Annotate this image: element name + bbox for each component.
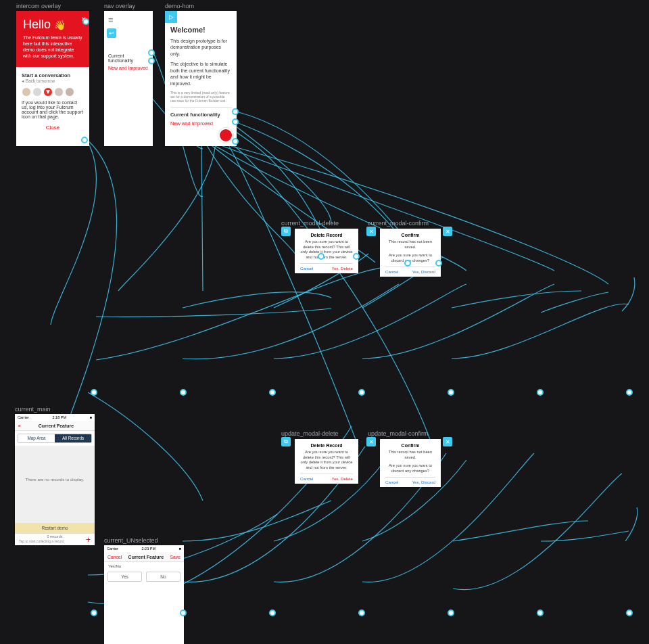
no-button[interactable]: No (146, 572, 181, 582)
flow-handle[interactable] (435, 260, 442, 267)
modal-body: Are you sure you want to delete this rec… (300, 239, 353, 260)
back-arrow-icon[interactable]: ↩ (107, 28, 116, 38)
close-icon[interactable]: ✕ (443, 437, 452, 446)
flow-handle[interactable] (318, 253, 324, 260)
cancel-button[interactable]: Cancel (300, 266, 313, 271)
modal-body: This record has not been saved. (385, 239, 435, 250)
status-bar: Carrier2:18 PM■ (15, 414, 95, 421)
confirm-delete-button[interactable]: Yes, Delete (332, 476, 353, 481)
menu-icon[interactable]: ≡ (108, 15, 149, 25)
flow-handle[interactable] (232, 118, 239, 125)
cancel-button[interactable]: Cancel (300, 476, 313, 481)
flow-handle[interactable] (82, 18, 89, 25)
nav-bar: ≡Current Feature (15, 421, 95, 431)
confirm-delete-button[interactable]: Yes, Delete (332, 266, 353, 271)
modal-confirm-current[interactable]: Confirm This record has not been saved. … (380, 229, 441, 277)
layers-icon[interactable]: ⧉ (281, 227, 291, 236)
tab-map-area[interactable]: Map Area (18, 434, 55, 442)
current-unselected-artboard[interactable]: current_UNselected Carrier2:23 PM■ Cance… (104, 545, 184, 644)
flow-handle[interactable] (537, 389, 544, 396)
current-main-artboard[interactable]: current_main Carrier2:18 PM■ ≡Current Fe… (15, 414, 95, 545)
nav-overlay-artboard[interactable]: nav overlay ≡ ↩ Current functionality Ne… (104, 11, 153, 146)
nav-link-new[interactable]: New and Improved (108, 66, 149, 70)
avatar (54, 87, 64, 97)
demo-title: Welcome! (170, 26, 231, 34)
flow-handle[interactable] (626, 610, 633, 616)
artboard-label: update_modal-confirm (368, 430, 429, 437)
flow-handle[interactable] (91, 389, 97, 396)
flow-handle[interactable] (404, 260, 411, 267)
flow-handle[interactable] (91, 610, 97, 616)
demo-home-artboard[interactable]: demo-hom ▷ Welcome! This design prototyp… (165, 11, 237, 146)
modal-delete-current[interactable]: Delete Record Are you sure you want to d… (295, 229, 358, 273)
close-icon[interactable]: ✕ (443, 227, 452, 236)
save-button[interactable]: Save (170, 555, 181, 559)
intercom-overlay-artboard[interactable]: intercom overlay Hello👋 × The Fulcrum te… (16, 11, 89, 146)
modal-title: Delete Record (300, 443, 353, 448)
menu-icon[interactable]: ≡ (18, 423, 21, 428)
cancel-button[interactable]: Cancel (385, 480, 398, 484)
flow-handle[interactable] (180, 389, 187, 396)
flow-handle[interactable] (353, 253, 360, 260)
demo-ni-link[interactable]: New and Improved (170, 120, 231, 127)
artboard-label: update_modal-delete (281, 430, 339, 437)
flow-handle[interactable] (232, 138, 239, 145)
artboard-label: intercom overlay (16, 3, 61, 9)
close-icon[interactable]: ✕ (366, 227, 376, 236)
confirm-discard-button[interactable]: Yes, Discard (412, 480, 435, 484)
flow-handle[interactable] (358, 389, 365, 396)
intercom-body: The Fulcrum team is usually here but thi… (23, 34, 82, 59)
play-icon[interactable]: ▷ (165, 11, 177, 23)
yes-button[interactable]: Yes (107, 572, 142, 582)
flow-handle[interactable] (448, 610, 454, 616)
flow-handle[interactable] (626, 389, 633, 396)
close-button[interactable]: Close (22, 124, 84, 131)
avatars (22, 87, 84, 97)
modal-body: Are you sure you want to discard any cha… (385, 463, 435, 474)
restart-button[interactable]: Restart demo (15, 523, 95, 533)
modal-body: Are you sure you want to delete this rec… (300, 450, 353, 470)
intercom-body2: If you would like to contact us, log int… (22, 100, 84, 119)
demo-cf-link[interactable]: Current functionality (170, 107, 231, 118)
confirm-discard-button[interactable]: Yes, Discard (412, 269, 435, 274)
intercom-launcher-icon[interactable] (218, 128, 233, 143)
artboard-label: current_modal-delete (281, 220, 339, 227)
artboard-label: nav overlay (104, 3, 135, 9)
cancel-button[interactable]: Cancel (385, 269, 398, 274)
add-record-icon[interactable]: + (86, 535, 91, 545)
avatar (65, 87, 74, 97)
layers-icon[interactable]: ⧉ (281, 437, 291, 446)
modal-body: This record has not been saved. (385, 450, 435, 460)
cancel-button[interactable]: Cancel (107, 555, 122, 559)
empty-state: There are no records to display. (15, 477, 95, 482)
avatar (32, 87, 42, 97)
tab-all-records[interactable]: All Records (55, 434, 91, 442)
artboard-label: current_UNselected (104, 537, 158, 544)
artboard-label: current_modal-confirm (368, 220, 429, 227)
flow-handle[interactable] (448, 389, 454, 396)
artboard-label: current_main (15, 406, 51, 413)
flow-handle[interactable] (81, 137, 88, 143)
artboard-label: demo-hom (165, 3, 194, 9)
flow-handle[interactable] (180, 610, 187, 616)
avatar (43, 87, 53, 97)
flow-handle[interactable] (148, 58, 155, 64)
nav-link-current[interactable]: Current functionality (108, 53, 149, 63)
start-conversation: Start a conversation (22, 72, 84, 78)
avatar (22, 87, 31, 97)
flow-handle[interactable] (232, 108, 239, 115)
modal-confirm-update[interactable]: Confirm This record has not been saved. … (380, 439, 441, 487)
modal-title: Confirm (385, 233, 435, 237)
modal-delete-update[interactable]: Delete Record Are you sure you want to d… (295, 439, 358, 484)
flow-handle[interactable] (269, 610, 276, 616)
close-icon[interactable]: ✕ (366, 437, 376, 446)
intercom-title: Hello (23, 18, 51, 32)
flow-handle[interactable] (537, 610, 544, 616)
demo-fine: This is a very limited (read-only) featu… (170, 91, 231, 103)
flow-handle[interactable] (148, 49, 155, 56)
tab-bar[interactable]: Map Area All Records (18, 434, 92, 443)
flow-handle[interactable] (269, 389, 276, 396)
modal-title: Confirm (385, 443, 435, 448)
modal-title: Delete Record (300, 233, 353, 237)
flow-handle[interactable] (358, 610, 365, 616)
